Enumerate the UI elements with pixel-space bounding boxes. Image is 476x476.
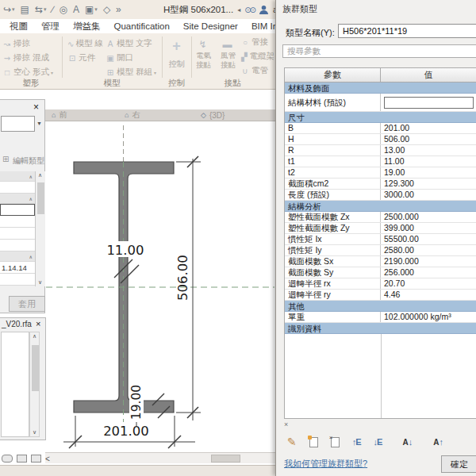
type-selector-combo[interactable] — [1, 116, 35, 132]
param-value-cell[interactable]: 129.300 — [381, 178, 476, 189]
ribbon-item-pipe-connector[interactable]: ○管接 — [238, 35, 274, 49]
pin-image-icon[interactable] — [17, 455, 27, 463]
search-binoculars-icon[interactable]: ⊙⊙ — [244, 6, 255, 14]
drawing-hscrollbar[interactable] — [45, 452, 275, 463]
collapse-arrow-icon[interactable]: < — [45, 455, 50, 463]
tag-icon[interactable]: ◎ — [60, 5, 67, 14]
param-value-cell[interactable]: 13.00 — [381, 145, 476, 155]
section-icon[interactable]: ◇ — [103, 5, 110, 14]
param-value-cell[interactable]: 11.00 — [381, 156, 476, 167]
table-section-header[interactable]: 識別資料 — [285, 323, 476, 334]
table-section-header[interactable]: 其他 — [285, 301, 476, 312]
type-name-combo[interactable]: H506*201*11*19 — [338, 24, 476, 38]
title-flyout-icon[interactable]: ◂ — [237, 6, 240, 13]
aligned-dimension-icon[interactable]: ⇆▾ — [35, 5, 47, 14]
table-row[interactable]: 慣性矩 Iy2580.00 — [285, 245, 476, 256]
param-value-cell[interactable]: 2500.000 — [381, 212, 476, 222]
table-row[interactable]: 截面積cm2129.300 — [285, 178, 476, 190]
value-input[interactable] — [384, 97, 474, 109]
param-value-cell[interactable]: 102.000000 kg/m³ — [381, 312, 476, 322]
hscrollbar-thumb[interactable] — [211, 455, 240, 463]
edit-parameter-icon[interactable]: ✎ — [287, 436, 297, 448]
table-row[interactable]: 迴轉半徑 ry4.46 — [285, 290, 476, 301]
move-up-icon[interactable]: ↑E — [352, 437, 361, 447]
new-type-icon[interactable] — [309, 437, 318, 447]
monitor-icon[interactable] — [31, 455, 41, 463]
property-cell[interactable]: 1.14.14 — [0, 262, 35, 274]
scroll-up-icon[interactable]: ∧ — [33, 333, 36, 340]
ribbon-item-swept-blend[interactable]: ⇝掃掠 混成 — [0, 51, 62, 65]
param-value-cell[interactable]: 55500.00 — [381, 234, 476, 244]
table-row[interactable]: R13.00 — [285, 145, 476, 156]
control-icon[interactable]: + — [162, 38, 191, 55]
help-link[interactable]: 我如何管理族群類型? — [284, 458, 367, 470]
connector-panel-label[interactable]: 接點 — [191, 78, 274, 89]
value-column-header[interactable]: 值 — [381, 68, 476, 82]
redo-icon[interactable]: ↪▾ — [3, 5, 15, 14]
text-icon[interactable]: A — [73, 5, 79, 14]
table-row[interactable]: 塑性截面模數 Zx2500.000 — [285, 212, 476, 223]
user-account-icon[interactable] — [259, 5, 269, 15]
property-cell[interactable] — [0, 204, 35, 216]
dimension-flange-text[interactable]: 19.00 — [129, 385, 144, 420]
dimension-height-text[interactable]: 506.00 — [175, 255, 190, 301]
table-row[interactable]: 塑性截面模數 Zy399.000 — [285, 223, 476, 234]
property-cell[interactable] — [0, 228, 35, 240]
table-row[interactable]: 單重102.000000 kg/m³ — [285, 312, 476, 323]
ribbon-item-cable-tray-connector[interactable]: ▞電纜架 — [238, 49, 274, 63]
ribbon-tab-1[interactable]: 視圖 — [10, 21, 28, 33]
ribbon-item-model-text[interactable]: A模型 文字 — [103, 36, 162, 51]
table-row[interactable]: 慣性矩 Ix55500.00 — [285, 234, 476, 245]
model-panel-label[interactable]: 模型 — [62, 78, 162, 89]
param-value-cell[interactable]: 20.70 — [381, 278, 476, 289]
ribbon-tab-4[interactable]: Quantification — [114, 21, 170, 31]
link-chain-icon[interactable] — [2, 455, 13, 463]
ribbon-item-conduit-connector[interactable]: ∪電管 — [238, 63, 274, 78]
ribbon-tab-3[interactable]: 增益集 — [73, 21, 101, 33]
table-row[interactable]: 長度 (預設)3000.00 — [285, 190, 476, 201]
move-down-icon[interactable]: ↓E — [374, 437, 382, 447]
table-row[interactable]: t111.00 — [285, 156, 476, 167]
edit-type-button[interactable]: 編輯類型 — [13, 155, 44, 167]
ribbon-tab-2[interactable]: 管理 — [41, 21, 60, 33]
param-value-cell[interactable]: 506.00 — [381, 134, 476, 144]
table-scroll-end-icon[interactable]: × — [284, 420, 288, 428]
ribbon-item-model-line[interactable]: ∿模型 線 — [65, 36, 103, 51]
ribbon-item-duct-connector[interactable]: ▬風管接點 — [217, 36, 239, 70]
measure-icon[interactable]: ∕ — [52, 5, 54, 14]
table-row[interactable]: H506.00 — [285, 134, 476, 145]
param-value-cell[interactable]: 2190.000 — [381, 256, 476, 267]
param-value-cell[interactable]: 2580.00 — [381, 245, 476, 255]
table-row[interactable]: 截面模數 Sy256.000 — [285, 267, 476, 278]
table-section-header[interactable]: 尺寸 — [285, 112, 476, 123]
sort-ascending-icon[interactable]: A↓ — [402, 437, 413, 447]
ribbon-item-sweep[interactable]: ↝掃掠 — [0, 36, 62, 51]
param-value-cell[interactable]: 256.000 — [381, 267, 476, 278]
browser-close-icon[interactable]: × — [36, 319, 40, 328]
ribbon-item-component[interactable]: ⊡元件 — [65, 51, 103, 65]
palette-close-icon[interactable]: × — [33, 102, 39, 113]
ribbon-item-opening[interactable]: ▣開口 — [103, 51, 162, 65]
more-tools-icon[interactable]: » — [116, 5, 121, 14]
browser-scrollbar[interactable]: ∧ ∨ — [29, 332, 40, 437]
table-section-header[interactable]: 材料及飾面 — [285, 83, 476, 94]
dimension-width-text[interactable]: 201.00 — [103, 424, 149, 439]
dimension-web-text[interactable]: 11.00 — [106, 243, 144, 258]
property-cell[interactable] — [0, 274, 35, 286]
scroll-down-icon[interactable]: ∨ — [33, 429, 36, 436]
drawing-canvas[interactable]: 506.00 201.00 11.00 19.00 — [45, 90, 275, 452]
table-row[interactable]: 迴轉半徑 rx20.70 — [285, 278, 476, 290]
param-value-cell[interactable]: 399.000 — [381, 223, 476, 233]
ribbon-tab-5[interactable]: Site Designer — [183, 21, 238, 31]
param-value-cell[interactable] — [381, 96, 476, 109]
param-value-cell[interactable]: 201.00 — [381, 123, 476, 133]
param-value-cell[interactable]: 4.46 — [381, 290, 476, 300]
property-group-header[interactable] — [0, 194, 35, 204]
palette-scrollbar[interactable]: ∧ ∨ — [35, 171, 45, 286]
browser-scroll-thumb[interactable] — [32, 345, 39, 391]
param-value-cell[interactable]: 19.00 — [381, 167, 476, 178]
param-value-cell[interactable]: 3000.00 — [381, 190, 476, 200]
print-icon[interactable]: ▤ — [21, 5, 29, 14]
apply-button[interactable]: 套用 — [9, 296, 45, 312]
delete-type-icon[interactable]: × — [331, 437, 340, 447]
